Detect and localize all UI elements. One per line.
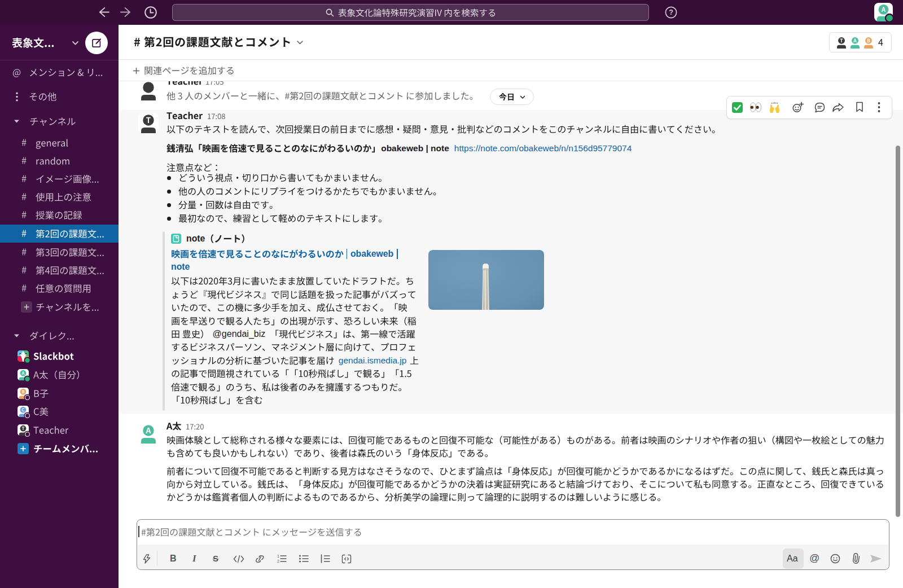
svg-text:1: 1: [277, 554, 279, 558]
svg-text:?: ?: [669, 8, 673, 16]
svg-text:2: 2: [277, 559, 279, 563]
